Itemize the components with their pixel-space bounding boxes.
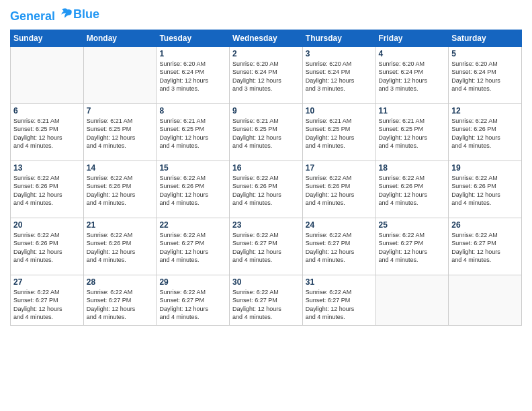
day-info: Sunrise: 6:22 AM Sunset: 6:27 PM Dayligh…	[232, 288, 300, 322]
weekday-header-row: SundayMondayTuesdayWednesdayThursdayFrid…	[11, 30, 522, 46]
calendar-day-cell: 14Sunrise: 6:22 AM Sunset: 6:26 PM Dayli…	[83, 161, 157, 218]
page: General Blue SundayMondayTuesdayWednesda…	[0, 0, 532, 411]
day-number: 16	[232, 163, 300, 173]
calendar-day-cell: 6Sunrise: 6:21 AM Sunset: 6:25 PM Daylig…	[11, 103, 84, 161]
day-info: Sunrise: 6:22 AM Sunset: 6:27 PM Dayligh…	[159, 231, 226, 265]
logo-blue: Blue	[73, 7, 99, 22]
logo-text: General	[10, 7, 73, 24]
day-number: 2	[232, 49, 300, 58]
calendar-day-cell: 16Sunrise: 6:22 AM Sunset: 6:26 PM Dayli…	[230, 161, 303, 218]
day-info: Sunrise: 6:21 AM Sunset: 6:25 PM Dayligh…	[159, 117, 226, 150]
calendar-day-cell: 17Sunrise: 6:22 AM Sunset: 6:26 PM Dayli…	[302, 161, 375, 218]
calendar-day-cell: 28Sunrise: 6:22 AM Sunset: 6:27 PM Dayli…	[83, 275, 157, 325]
calendar-day-cell: 11Sunrise: 6:21 AM Sunset: 6:25 PM Dayli…	[375, 103, 449, 161]
day-number: 27	[13, 277, 81, 287]
day-info: Sunrise: 6:22 AM Sunset: 6:26 PM Dayligh…	[379, 174, 446, 208]
day-info: Sunrise: 6:22 AM Sunset: 6:27 PM Dayligh…	[306, 231, 373, 265]
day-number: 8	[159, 106, 226, 116]
day-number: 24	[306, 220, 373, 230]
calendar-day-cell: 26Sunrise: 6:22 AM Sunset: 6:27 PM Dayli…	[449, 218, 522, 275]
calendar-day-cell: 13Sunrise: 6:22 AM Sunset: 6:26 PM Dayli…	[11, 161, 84, 218]
day-info: Sunrise: 6:22 AM Sunset: 6:26 PM Dayligh…	[87, 174, 154, 208]
calendar-day-cell	[375, 275, 449, 325]
logo: General Blue	[10, 7, 99, 24]
calendar-week-3: 13Sunrise: 6:22 AM Sunset: 6:26 PM Dayli…	[11, 161, 522, 218]
calendar-day-cell: 23Sunrise: 6:22 AM Sunset: 6:27 PM Dayli…	[230, 218, 303, 275]
calendar-day-cell: 25Sunrise: 6:22 AM Sunset: 6:27 PM Dayli…	[375, 218, 449, 275]
day-info: Sunrise: 6:22 AM Sunset: 6:27 PM Dayligh…	[379, 231, 446, 265]
calendar-day-cell: 10Sunrise: 6:21 AM Sunset: 6:25 PM Dayli…	[302, 103, 375, 161]
calendar-day-cell: 22Sunrise: 6:22 AM Sunset: 6:27 PM Dayli…	[157, 218, 230, 275]
day-number: 21	[87, 220, 154, 230]
calendar-day-cell: 12Sunrise: 6:22 AM Sunset: 6:26 PM Dayli…	[449, 103, 522, 161]
calendar-day-cell: 24Sunrise: 6:22 AM Sunset: 6:27 PM Dayli…	[302, 218, 375, 275]
weekday-header-friday: Friday	[375, 30, 449, 46]
calendar-day-cell: 3Sunrise: 6:20 AM Sunset: 6:24 PM Daylig…	[302, 46, 375, 103]
day-info: Sunrise: 6:22 AM Sunset: 6:26 PM Dayligh…	[232, 174, 300, 208]
day-number: 15	[159, 163, 226, 173]
calendar-day-cell: 1Sunrise: 6:20 AM Sunset: 6:24 PM Daylig…	[157, 46, 230, 103]
calendar-day-cell: 29Sunrise: 6:22 AM Sunset: 6:27 PM Dayli…	[157, 275, 230, 325]
calendar-day-cell: 27Sunrise: 6:22 AM Sunset: 6:27 PM Dayli…	[11, 275, 84, 325]
calendar-day-cell: 5Sunrise: 6:20 AM Sunset: 6:24 PM Daylig…	[449, 46, 522, 103]
calendar-week-2: 6Sunrise: 6:21 AM Sunset: 6:25 PM Daylig…	[11, 103, 522, 161]
day-number: 1	[159, 49, 226, 58]
weekday-header-monday: Monday	[83, 30, 157, 46]
calendar-week-4: 20Sunrise: 6:22 AM Sunset: 6:26 PM Dayli…	[11, 218, 522, 275]
weekday-header-tuesday: Tuesday	[157, 30, 230, 46]
day-number: 5	[451, 49, 519, 58]
calendar-day-cell: 21Sunrise: 6:22 AM Sunset: 6:26 PM Dayli…	[83, 218, 157, 275]
logo-bird-icon	[60, 7, 73, 20]
header: General Blue	[10, 7, 522, 24]
calendar-day-cell: 20Sunrise: 6:22 AM Sunset: 6:26 PM Dayli…	[11, 218, 84, 275]
day-number: 23	[232, 220, 300, 230]
logo-general: General	[10, 9, 55, 23]
day-number: 22	[159, 220, 226, 230]
day-info: Sunrise: 6:22 AM Sunset: 6:26 PM Dayligh…	[306, 174, 373, 208]
day-number: 11	[379, 106, 446, 116]
day-number: 26	[451, 220, 519, 230]
calendar-week-1: 1Sunrise: 6:20 AM Sunset: 6:24 PM Daylig…	[11, 46, 522, 103]
day-info: Sunrise: 6:20 AM Sunset: 6:24 PM Dayligh…	[159, 60, 226, 93]
day-info: Sunrise: 6:20 AM Sunset: 6:24 PM Dayligh…	[232, 60, 300, 93]
calendar-table: SundayMondayTuesdayWednesdayThursdayFrid…	[10, 30, 522, 326]
day-info: Sunrise: 6:22 AM Sunset: 6:27 PM Dayligh…	[306, 288, 373, 322]
day-info: Sunrise: 6:20 AM Sunset: 6:24 PM Dayligh…	[306, 60, 373, 93]
calendar-day-cell: 7Sunrise: 6:21 AM Sunset: 6:25 PM Daylig…	[83, 103, 157, 161]
calendar-day-cell	[11, 46, 84, 103]
calendar-day-cell: 15Sunrise: 6:22 AM Sunset: 6:26 PM Dayli…	[157, 161, 230, 218]
day-info: Sunrise: 6:21 AM Sunset: 6:25 PM Dayligh…	[306, 117, 373, 150]
day-number: 20	[13, 220, 81, 230]
calendar-day-cell: 30Sunrise: 6:22 AM Sunset: 6:27 PM Dayli…	[230, 275, 303, 325]
day-info: Sunrise: 6:22 AM Sunset: 6:26 PM Dayligh…	[451, 174, 519, 208]
day-info: Sunrise: 6:20 AM Sunset: 6:24 PM Dayligh…	[379, 60, 446, 93]
day-number: 7	[87, 106, 154, 116]
calendar-day-cell: 2Sunrise: 6:20 AM Sunset: 6:24 PM Daylig…	[230, 46, 303, 103]
day-number: 31	[306, 277, 373, 287]
day-number: 12	[451, 106, 519, 116]
calendar-day-cell: 19Sunrise: 6:22 AM Sunset: 6:26 PM Dayli…	[449, 161, 522, 218]
day-number: 9	[232, 106, 300, 116]
day-info: Sunrise: 6:22 AM Sunset: 6:26 PM Dayligh…	[87, 231, 154, 265]
weekday-header-saturday: Saturday	[449, 30, 522, 46]
weekday-header-sunday: Sunday	[11, 30, 84, 46]
day-info: Sunrise: 6:22 AM Sunset: 6:27 PM Dayligh…	[87, 288, 154, 322]
day-info: Sunrise: 6:22 AM Sunset: 6:27 PM Dayligh…	[159, 288, 226, 322]
weekday-header-thursday: Thursday	[302, 30, 375, 46]
day-number: 14	[87, 163, 154, 173]
day-info: Sunrise: 6:21 AM Sunset: 6:25 PM Dayligh…	[232, 117, 300, 150]
day-info: Sunrise: 6:22 AM Sunset: 6:27 PM Dayligh…	[232, 231, 300, 265]
day-number: 13	[13, 163, 81, 173]
day-number: 18	[379, 163, 446, 173]
calendar-day-cell	[449, 275, 522, 325]
day-info: Sunrise: 6:22 AM Sunset: 6:27 PM Dayligh…	[13, 288, 81, 322]
day-info: Sunrise: 6:20 AM Sunset: 6:24 PM Dayligh…	[451, 60, 519, 93]
calendar-day-cell: 8Sunrise: 6:21 AM Sunset: 6:25 PM Daylig…	[157, 103, 230, 161]
day-info: Sunrise: 6:22 AM Sunset: 6:26 PM Dayligh…	[13, 231, 81, 265]
day-info: Sunrise: 6:22 AM Sunset: 6:27 PM Dayligh…	[451, 231, 519, 265]
weekday-header-wednesday: Wednesday	[230, 30, 303, 46]
calendar-day-cell: 4Sunrise: 6:20 AM Sunset: 6:24 PM Daylig…	[375, 46, 449, 103]
calendar-day-cell: 18Sunrise: 6:22 AM Sunset: 6:26 PM Dayli…	[375, 161, 449, 218]
day-number: 29	[159, 277, 226, 287]
day-number: 25	[379, 220, 446, 230]
